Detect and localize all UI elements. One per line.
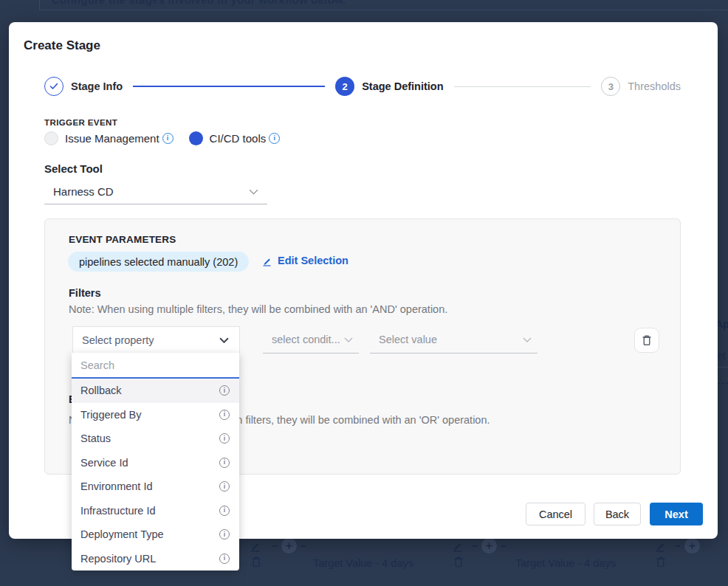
dropdown-option-triggered-by[interactable]: Triggered By i xyxy=(72,403,239,427)
stepper-connector-complete xyxy=(133,86,325,87)
trash-icon xyxy=(251,556,261,568)
info-icon[interactable]: i xyxy=(219,529,230,540)
chevron-down-icon xyxy=(523,337,532,342)
step-3-label: Thresholds xyxy=(628,80,681,92)
background-connector xyxy=(301,545,306,547)
info-icon[interactable]: i xyxy=(269,133,280,144)
edit-pencil-icon xyxy=(261,255,272,266)
info-icon[interactable]: i xyxy=(219,385,230,396)
trash-icon xyxy=(453,556,464,568)
info-icon[interactable]: i xyxy=(219,506,230,516)
radio-cicd-tools-label[interactable]: CI/CD tools xyxy=(210,132,267,145)
step-1-complete-circle[interactable] xyxy=(44,77,63,96)
chevron-down-icon xyxy=(249,189,258,195)
background-target-value: Target Value - 4 days xyxy=(515,557,616,569)
back-button[interactable]: Back xyxy=(594,503,641,525)
property-select[interactable]: Select property xyxy=(72,326,240,354)
delete-filter-button[interactable] xyxy=(634,328,659,353)
option-label: Environment Id xyxy=(80,480,153,492)
chevron-down-icon xyxy=(219,337,229,343)
background-divider-horizontal xyxy=(39,10,728,10)
dropdown-option-rollback[interactable]: Rollback i xyxy=(72,379,239,403)
dropdown-option-repository-url[interactable]: Repository URL i xyxy=(72,547,239,571)
select-tool-label: Select Tool xyxy=(44,162,103,175)
background-connector xyxy=(501,545,506,547)
property-dropdown: Rollback i Triggered By i Status i Servi… xyxy=(72,353,239,571)
background-connector xyxy=(473,545,477,547)
option-label: Deployment Type xyxy=(80,528,164,540)
background-target-value: Target Value - 4 days xyxy=(313,557,413,569)
trigger-event-label: TRIGGER EVENT xyxy=(44,118,117,127)
radio-issue-management-label[interactable]: Issue Management xyxy=(65,132,159,145)
tool-select-value: Harness CD xyxy=(53,185,249,198)
property-select-placeholder: Select property xyxy=(82,334,219,346)
dropdown-search-input[interactable] xyxy=(72,353,239,377)
background-text-fragment: et xyxy=(717,350,726,362)
edit-icon xyxy=(451,540,464,552)
edit-selection-link[interactable]: Edit Selection xyxy=(261,255,348,266)
radio-cicd-tools[interactable] xyxy=(189,131,203,145)
background-divider xyxy=(718,367,728,368)
step-2-active-circle[interactable]: 2 xyxy=(335,77,354,96)
background-connector xyxy=(272,545,277,547)
stepper: Stage Info 2 Stage Definition 3 Threshol… xyxy=(44,76,681,97)
check-icon xyxy=(49,83,58,90)
dropdown-option-deployment-type[interactable]: Deployment Type i xyxy=(72,523,239,547)
dropdown-option-environment-id[interactable]: Environment Id i xyxy=(72,475,239,499)
add-stage-icon: + xyxy=(684,538,700,554)
option-label: Status xyxy=(80,432,111,444)
dropdown-search[interactable] xyxy=(72,353,239,379)
background-divider-vertical xyxy=(39,0,40,10)
edit-icon xyxy=(654,540,667,552)
tool-select[interactable]: Harness CD xyxy=(44,179,267,204)
condition-select-placeholder: select condit... xyxy=(272,334,344,345)
info-icon[interactable]: i xyxy=(219,433,230,444)
option-label: Infrastructure Id xyxy=(80,505,156,517)
filters-heading: Filters xyxy=(69,287,101,299)
edit-selection-label: Edit Selection xyxy=(278,255,348,266)
radio-issue-management[interactable] xyxy=(44,131,58,145)
info-icon[interactable]: i xyxy=(219,554,230,564)
selection-badge: pipelines selected manually (202) xyxy=(68,252,249,272)
dropdown-option-status[interactable]: Status i xyxy=(72,427,239,451)
option-label: Service Id xyxy=(80,457,128,469)
trigger-event-radio-group: Issue Management i CI/CD tools i xyxy=(44,131,280,145)
dropdown-option-service-id[interactable]: Service Id i xyxy=(72,451,239,475)
option-label: Rollback xyxy=(80,385,122,396)
trash-icon xyxy=(656,556,666,568)
modal-title: Create Stage xyxy=(24,38,100,53)
option-label: Triggered By xyxy=(80,409,141,421)
info-icon[interactable]: i xyxy=(219,410,230,420)
edit-icon xyxy=(249,540,261,552)
info-icon[interactable]: i xyxy=(219,458,230,468)
add-stage-icon: + xyxy=(481,538,497,554)
step-3-circle[interactable]: 3 xyxy=(601,77,620,96)
condition-select[interactable]: select condit... xyxy=(263,326,359,354)
cancel-button[interactable]: Cancel xyxy=(526,503,586,525)
info-icon[interactable]: i xyxy=(162,133,174,144)
filters-note: Note: When using multiple filters, they … xyxy=(69,303,447,315)
event-parameters-heading: EVENT PARAMETERS xyxy=(69,234,176,245)
step-1-label: Stage Info xyxy=(71,80,123,92)
info-icon[interactable]: i xyxy=(219,481,230,492)
next-button[interactable]: Next xyxy=(650,503,703,525)
stepper-connector-upcoming xyxy=(454,86,591,87)
background-connector xyxy=(676,545,680,547)
add-stage-icon: + xyxy=(281,538,297,554)
value-select[interactable]: Select value xyxy=(370,326,538,354)
option-label: Repository URL xyxy=(80,553,156,565)
trash-icon xyxy=(642,334,652,346)
dropdown-option-infrastructure-id[interactable]: Infrastructure Id i xyxy=(72,499,239,523)
chevron-down-icon xyxy=(344,337,353,342)
value-select-placeholder: Select value xyxy=(379,334,523,345)
background-page-note: Configure the stages involved in your wo… xyxy=(52,0,346,6)
step-2-label: Stage Definition xyxy=(362,80,443,92)
